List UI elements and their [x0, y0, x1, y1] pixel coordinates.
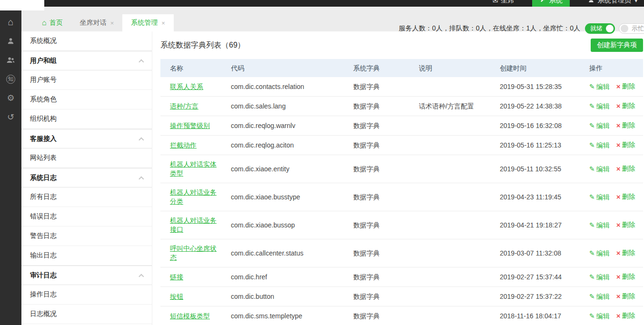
sidebar-item-label: 客服接入 [30, 135, 57, 143]
dict-name-link[interactable]: 短信模板类型 [170, 312, 210, 321]
sidebar-item[interactable]: 系统概况 [21, 31, 152, 51]
sidebar-item-label: 错误日志 [30, 212, 57, 221]
dict-name-link[interactable]: 机器人对话业务分类 [170, 188, 219, 206]
delete-link[interactable]: × 删除 [616, 140, 635, 149]
edit-link[interactable]: ✎ 编辑 [589, 165, 610, 174]
agent-status-bar: 服务人数：0人，排队数：0人，在线坐席：1人，坐席忙：0人 就绪 示忙 [399, 20, 644, 37]
delete-link[interactable]: × 删除 [616, 101, 635, 110]
dict-code: com.dic.href [231, 267, 353, 287]
dict-created-time: 2019-05-22 14:38:38 [500, 97, 589, 116]
dict-name-link[interactable]: 拦截动作 [170, 141, 197, 150]
sidebar-item[interactable]: 客服接入 [21, 129, 152, 148]
knowledge-icon[interactable]: 知 [5, 73, 17, 85]
contacts-icon[interactable] [5, 54, 17, 66]
edit-link[interactable]: ✎ 编辑 [589, 292, 610, 301]
settings-icon[interactable]: ⚙ [5, 92, 17, 104]
dict-code: com.dic.button [231, 287, 353, 306]
close-icon[interactable]: × [110, 20, 114, 27]
edit-link[interactable]: ✎ 编辑 [589, 273, 610, 282]
user-icon[interactable] [5, 35, 17, 47]
sidebar-item[interactable]: 审计日志 [21, 266, 152, 285]
delete-link[interactable]: × 删除 [616, 292, 635, 301]
sidebar-item[interactable]: 网站列表 [21, 148, 152, 168]
sidebar-item[interactable]: 系统日志 [21, 168, 152, 187]
pencil-icon: ✎ [589, 121, 595, 130]
dict-code: com.dic.xiaoe.bussop [231, 211, 353, 239]
wrench-icon [540, 0, 546, 4]
top-nav-system[interactable]: 系统 [532, 0, 570, 7]
delete-link[interactable]: × 删除 [616, 272, 635, 281]
table-row: 语种/方言 com.dic.sales.lang 数据字典 话术语种/方言配置 … [160, 97, 643, 116]
busy-toggle[interactable]: 示忙 [619, 23, 644, 34]
dict-name-link[interactable]: 语种/方言 [170, 102, 198, 111]
dict-name-link[interactable]: 呼叫中心坐席状态 [170, 244, 219, 262]
sidebar-item[interactable]: 用户账号 [21, 70, 152, 90]
dict-name-link[interactable]: 操作预警级别 [170, 121, 210, 130]
delete-link[interactable]: × 删除 [616, 82, 635, 91]
sidebar-item-label: 用户和组 [30, 57, 57, 65]
home-icon[interactable]: ⌂ [5, 16, 17, 28]
sidebar-item[interactable]: 用户和组 [21, 51, 152, 70]
delete-link[interactable]: × 删除 [616, 192, 635, 201]
close-icon[interactable]: × [161, 20, 165, 27]
table-row: 呼叫中心坐席状态 com.dic.callcenter.status 数据字典 … [160, 239, 643, 267]
dict-description [419, 77, 500, 97]
sidebar-item[interactable]: 警告日志 [21, 227, 152, 246]
pencil-icon: ✎ [589, 82, 595, 91]
edit-link[interactable]: ✎ 编辑 [589, 141, 610, 150]
sidebar-item-label: 组织机构 [30, 115, 57, 123]
top-nav-agent[interactable]: ✉ 坐席 [489, 0, 518, 7]
delete-link[interactable]: × 删除 [616, 220, 635, 229]
tab-agent-dialog[interactable]: 坐席对话 × [71, 14, 123, 31]
sidebar-item[interactable]: 错误日志 [21, 207, 152, 227]
dict-code: com.dic.xiaoe.entity [231, 155, 353, 183]
dict-name-link[interactable]: 链接 [170, 273, 183, 282]
delete-link[interactable]: × 删除 [616, 121, 635, 130]
delete-link[interactable]: × 删除 [616, 311, 635, 320]
sidebar-item[interactable]: 组织机构 [21, 109, 152, 129]
pencil-icon: ✎ [589, 141, 595, 150]
sidebar-item[interactable]: 系统角色 [21, 90, 152, 109]
dict-type: 数据字典 [353, 211, 419, 239]
top-nav-admin[interactable]: 系统管理员 ▾ [584, 0, 641, 7]
edit-link[interactable]: ✎ 编辑 [589, 102, 610, 111]
delete-x-icon: × [616, 140, 621, 149]
history-icon[interactable]: ↺ [5, 111, 17, 123]
pencil-icon: ✎ [589, 273, 595, 282]
dict-name-link[interactable]: 机器人对话业务接口 [170, 216, 219, 234]
dict-code: com.dic.sms.templetype [231, 306, 353, 325]
top-navbar: ✉ 坐席 系统 系统管理员 ▾ [0, 0, 644, 7]
sidebar-item-label: 日志概况 [30, 310, 57, 318]
edit-link[interactable]: ✎ 编辑 [589, 249, 610, 258]
dict-created-time: 2018-11-16 18:04:17 [500, 306, 589, 325]
tab-system-management-label: 系统管理 [131, 19, 158, 27]
edit-link[interactable]: ✎ 编辑 [589, 221, 610, 230]
sidebar-item[interactable]: 输出日志 [21, 246, 152, 266]
sidebar-item[interactable]: 操作日志 [21, 285, 152, 305]
edit-link[interactable]: ✎ 编辑 [589, 82, 610, 91]
dict-name-link[interactable]: 联系人关系 [170, 82, 203, 91]
dict-code: com.dic.reqlog.aciton [231, 136, 353, 155]
sidebar-item[interactable]: 日志概况 [21, 305, 152, 324]
tab-system-management[interactable]: 系统管理 × [122, 14, 174, 31]
table-row: 联系人关系 com.dic.contacts.relation 数据字典 201… [160, 77, 643, 97]
edit-link[interactable]: ✎ 编辑 [589, 312, 610, 321]
dict-name-link[interactable]: 按钮 [170, 292, 183, 301]
main-content: 系统数据字典列表（69） 创建新字典项 名称 代码 系统字典 说明 创建时间 [152, 31, 644, 325]
create-dictionary-button[interactable]: 创建新字典项 [591, 39, 643, 52]
dict-name-link[interactable]: 机器人对话实体类型 [170, 160, 219, 178]
tab-home[interactable]: ⌂ 首页 [33, 14, 71, 31]
edit-link[interactable]: ✎ 编辑 [589, 193, 610, 202]
icon-rail: ⌂ 知 ⚙ ↺ [0, 10, 21, 325]
edit-link[interactable]: ✎ 编辑 [589, 121, 610, 130]
delete-x-icon: × [616, 121, 621, 130]
delete-link[interactable]: × 删除 [616, 164, 635, 173]
delete-link[interactable]: × 删除 [616, 248, 635, 257]
pencil-icon: ✎ [589, 102, 595, 111]
sidebar-item[interactable]: 所有日志 [21, 187, 152, 207]
top-nav-admin-label: 系统管理员 [597, 0, 631, 5]
sidebar-item-label: 警告日志 [30, 232, 57, 240]
tab-agent-dialog-label: 坐席对话 [80, 19, 107, 27]
ready-toggle[interactable]: 就绪 [585, 23, 615, 34]
dict-code: com.dic.sales.lang [231, 97, 353, 116]
